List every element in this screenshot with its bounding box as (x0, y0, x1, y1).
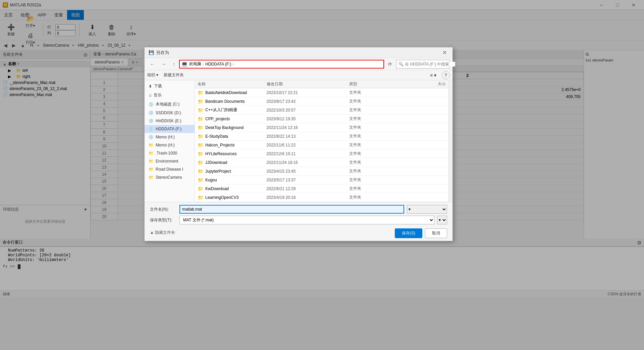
filetype-dropdown[interactable]: ▾ (437, 216, 447, 224)
save-icon: 💾 (149, 50, 154, 55)
list-item[interactable]: 📁 LearningOpenCV3 2023/4/19 20:18 文件夹 (195, 193, 448, 202)
file-name: HYLiteResources (205, 151, 236, 156)
dialog-sub-toolbar: 组织 ▾ 新建文件夹 ≡ ▾ ? (145, 70, 452, 80)
file-type: 文件夹 (349, 142, 404, 148)
dialog-path-box[interactable]: 💻 此电脑 › HDDDATA (F:) › (179, 60, 384, 69)
folder-icon: 📁 (198, 195, 203, 200)
list-item[interactable]: 📁 CPP_projects 2023/9/12 19:35 文件夹 (195, 115, 448, 123)
list-item[interactable]: 📁 DeskTop Background 2022/11/24 12:16 文件… (195, 123, 448, 132)
list-item[interactable]: 📁 Halcon_Projects 2022/11/6 11:22 文件夹 (195, 141, 448, 149)
file-name-col: 📁 LearningOpenCV3 (198, 195, 267, 200)
dialog-search-input[interactable] (405, 62, 455, 67)
trash-icon: 📁 (149, 151, 154, 156)
col-type-header: 类型 (349, 81, 404, 87)
file-name: Bandicam Documents (205, 99, 245, 104)
folder-icon: 📁 (198, 90, 203, 95)
folder-icon: 📁 (198, 186, 203, 191)
list-item[interactable]: 📁 JupyterProject 2023/4/15 23:45 文件夹 (195, 167, 448, 176)
file-type: 文件夹 (349, 107, 404, 113)
sidebar-memo[interactable]: 📁 Memo (H:) (145, 141, 195, 149)
file-name: JupyterProject (205, 169, 231, 174)
hidden-folder-toggle[interactable]: ▲ 隐藏文件夹 (150, 230, 175, 235)
dialog-back-button[interactable]: ← (147, 60, 157, 68)
file-type: 文件夹 (349, 125, 404, 130)
cancel-button[interactable]: 取消 (425, 228, 447, 238)
drive-h-icon: 💿 (149, 135, 154, 139)
folder-icon: 📁 (198, 160, 203, 165)
sidebar-stereocamera[interactable]: 📁 StereoCamera (145, 173, 195, 181)
list-item[interactable]: 📁 E-StudyData 2022/8/22 14:13 文件夹 (195, 132, 448, 141)
list-item[interactable]: 📁 KwDownload 2022/8/21 12:29 文件夹 (195, 184, 448, 193)
file-name-col: 📁 BaiduNetdiskDownload (198, 90, 267, 95)
drive-d-icon: 💿 (149, 111, 154, 115)
list-item[interactable]: 📁 JJDownload 2022/11/24 16:15 文件夹 (195, 158, 448, 167)
filename-label: 文件名(N): (150, 207, 177, 212)
sidebar-environment[interactable]: 📁 Environment (145, 157, 195, 165)
dialog-up-button[interactable]: ↑ (170, 60, 178, 68)
file-type: 文件夹 (349, 168, 404, 174)
view-button[interactable]: ≡ ▾ (430, 73, 436, 78)
file-name: KwDownload (205, 186, 229, 191)
dialog-title: 💾 另存为 (149, 50, 169, 56)
filetype-select[interactable]: MAT 文件 (*.mat) (179, 216, 434, 224)
file-name-col: 📁 JJDownload (198, 160, 267, 165)
sidebar-trash[interactable]: 📁 .Trash-1000 (145, 149, 195, 157)
sidebar-drive-e[interactable]: 💿 HHDDISK (E:) (145, 117, 195, 125)
path-drive: HDDDATA (F:) (205, 62, 231, 67)
file-date: 2023/8/17 23:42 (267, 99, 350, 104)
file-name: E-StudyData (205, 134, 228, 139)
file-name: LearningOpenCV3 (205, 195, 238, 200)
organize-button[interactable]: 组织 ▾ (147, 72, 158, 78)
dialog-refresh-button[interactable]: ⟳ (385, 60, 395, 68)
file-type: 文件夹 (349, 116, 404, 122)
filename-dropdown[interactable]: ▾ (407, 205, 447, 214)
sidebar-drive-f[interactable]: 💿 HDDDATA (F:) (145, 125, 195, 133)
sidebar-drive-d[interactable]: 💿 SSDDISK (D:) (145, 109, 195, 117)
file-date: 2022/11/6 11:22 (267, 143, 350, 147)
dialog-search-box[interactable]: 🔍 (396, 60, 450, 69)
file-name-col: 📁 C++从入门到精通 (198, 107, 267, 113)
sidebar-road-disease[interactable]: 📁 Road Disease I (145, 165, 195, 173)
dialog-forward-button[interactable]: → (159, 60, 169, 68)
filename-input[interactable] (179, 205, 404, 214)
help-button[interactable]: ? (442, 71, 450, 79)
dialog-close-button[interactable]: ✕ (440, 49, 448, 57)
file-type: 文件夹 (349, 151, 404, 157)
file-list-header: 名称 修改日期 类型 大小 (195, 80, 448, 88)
sidebar-drive-c[interactable]: 💿 本地磁盘 (C:) (145, 100, 195, 109)
save-dialog: 💾 另存为 ✕ ← → ↑ 💻 此电脑 › HDDDATA (F:) › ⟳ 🔍 (144, 47, 453, 241)
list-item[interactable]: 📁 BaiduNetdiskDownload 2023/10/17 22:21 … (195, 88, 448, 97)
sidebar-drive-h[interactable]: 💿 Memo (H:) (145, 133, 195, 141)
dialog-nav-toolbar: ← → ↑ 💻 此电脑 › HDDDATA (F:) › ⟳ 🔍 (145, 58, 452, 70)
download-icon: ⬇ (149, 84, 152, 89)
list-item[interactable]: 📁 Kugou 2023/5/17 13:37 文件夹 (195, 176, 448, 184)
file-date: 2023/5/17 13:37 (267, 178, 350, 182)
folder-icon: 📁 (198, 134, 203, 139)
list-item[interactable]: 📁 HYLiteResources 2022/12/6 15:11 文件夹 (195, 149, 448, 158)
scrollbar[interactable] (448, 80, 452, 202)
file-name: DeskTop Background (205, 125, 244, 130)
path-chevron-1: › (203, 62, 204, 67)
col-name-header: 名称 (198, 81, 267, 87)
filetype-label: 保存类型(T): (150, 217, 177, 223)
new-folder-button[interactable]: 新建文件夹 (164, 72, 184, 78)
sidebar-download[interactable]: ⬇ 下载 (145, 82, 195, 91)
file-type: 文件夹 (349, 160, 404, 165)
file-name: JJDownload (205, 160, 227, 165)
file-type: 文件夹 (349, 90, 404, 95)
file-type: 文件夹 (349, 177, 404, 183)
file-name-col: 📁 Bandicam Documents (198, 99, 267, 104)
file-date: 2023/4/15 23:45 (267, 169, 350, 174)
folder-icon: 📁 (198, 116, 203, 122)
folder-icon: 📁 (198, 142, 203, 148)
file-date: 2022/10/3 20:57 (267, 108, 350, 113)
memo-icon: 📁 (149, 143, 154, 147)
file-name-col: 📁 Halcon_Projects (198, 142, 267, 148)
drive-f-icon: 💿 (149, 127, 154, 131)
list-item[interactable]: 📁 C++从入门到精通 2022/10/3 20:57 文件夹 (195, 106, 448, 115)
save-button[interactable]: 保存(S) (395, 228, 422, 238)
sidebar-music[interactable]: ♫ 音乐 (145, 91, 195, 100)
list-item[interactable]: 📁 Bandicam Documents 2023/8/17 23:42 文件夹 (195, 97, 448, 106)
folder-icon: 📁 (198, 177, 203, 183)
col-date-header: 修改日期 (267, 81, 350, 87)
